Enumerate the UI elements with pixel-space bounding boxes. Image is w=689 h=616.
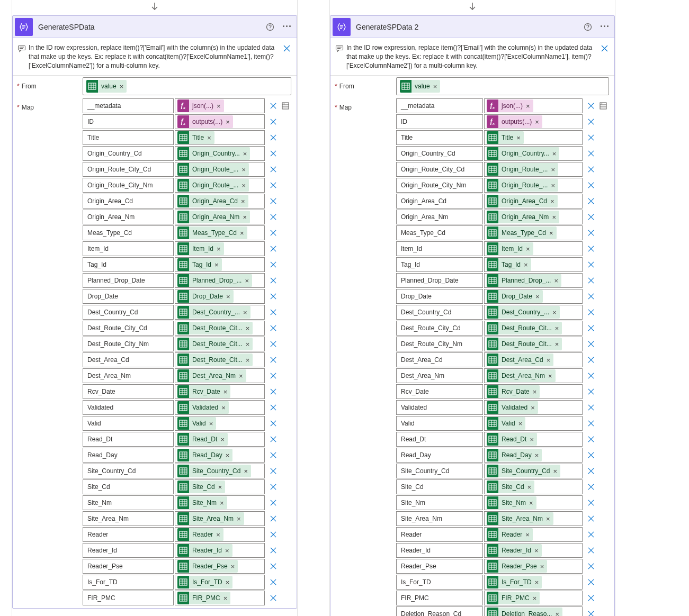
token-remove-icon[interactable]: × — [518, 420, 526, 428]
token-remove-icon[interactable]: × — [217, 245, 224, 253]
delete-row-button[interactable] — [268, 577, 279, 587]
map-value-input[interactable]: Tag_Id× — [175, 257, 265, 272]
value-token[interactable]: Origin_Area_Cd× — [487, 195, 558, 207]
delete-row-button[interactable] — [586, 434, 596, 445]
map-value-input[interactable]: Item_Id× — [175, 241, 265, 256]
delete-row-button[interactable] — [268, 228, 279, 238]
map-key-input[interactable]: Reader — [396, 527, 483, 542]
token-remove-icon[interactable]: × — [226, 293, 234, 301]
map-key-input[interactable]: Read_Dt — [83, 432, 174, 447]
map-key-input[interactable]: Planned_Drop_Date — [396, 273, 483, 288]
value-token[interactable]: Dest_Route_Cit...× — [177, 338, 253, 350]
token-remove-icon[interactable]: × — [220, 499, 227, 507]
map-value-input[interactable]: Dest_Country_...× — [175, 305, 265, 320]
map-value-input[interactable]: Site_Nm× — [484, 495, 583, 510]
value-token[interactable]: Site_Cd× — [177, 481, 225, 493]
map-value-input[interactable]: Dest_Area_Nm× — [484, 368, 583, 383]
value-token[interactable]: FIR_PMC× — [487, 592, 540, 604]
value-token[interactable]: Item_Id× — [487, 242, 533, 255]
map-key-input[interactable]: Dest_Route_City_Nm — [83, 337, 174, 351]
map-value-input[interactable]: FIR_PMC× — [484, 591, 583, 605]
token-remove-icon[interactable]: × — [529, 499, 536, 507]
card-title[interactable]: GenerateSPData — [35, 23, 265, 31]
map-key-input[interactable]: Title — [83, 130, 174, 145]
token-remove-icon[interactable]: × — [243, 213, 250, 221]
token-remove-icon[interactable]: × — [552, 309, 560, 316]
map-value-input[interactable]: Origin_Route_...× — [175, 178, 265, 193]
map-value-input[interactable]: Deletion_Reaso...× — [484, 606, 583, 616]
map-key-input[interactable]: Valid — [396, 416, 483, 431]
token-remove-icon[interactable]: × — [244, 467, 251, 475]
value-token[interactable]: Dest_Route_Cit...× — [487, 338, 562, 350]
map-key-input[interactable]: ID — [396, 114, 483, 129]
delete-row-button[interactable] — [586, 148, 596, 159]
map-key-input[interactable]: Dest_Area_Nm — [396, 368, 483, 383]
token-remove-icon[interactable]: × — [546, 515, 553, 523]
map-key-input[interactable]: Reader_Pse — [83, 559, 174, 574]
map-key-input[interactable]: Read_Day — [396, 448, 483, 463]
token-remove-icon[interactable]: × — [555, 324, 562, 332]
help-icon[interactable] — [583, 22, 593, 32]
token-remove-icon[interactable]: × — [231, 563, 238, 570]
value-token[interactable]: Site_Nm× — [487, 496, 536, 509]
token-remove-icon[interactable]: × — [214, 261, 222, 269]
value-token[interactable]: Origin_Route_...× — [487, 179, 558, 192]
token-remove-icon[interactable]: × — [246, 340, 253, 348]
map-value-input[interactable]: Dest_Route_Cit...× — [175, 337, 265, 351]
value-token[interactable]: Dest_Route_Cit...× — [177, 354, 253, 366]
map-key-input[interactable]: Site_Area_Nm — [83, 511, 174, 526]
from-token[interactable]: value × — [86, 80, 127, 93]
value-token[interactable]: Origin_Area_Nm× — [487, 211, 559, 223]
token-remove-icon[interactable]: × — [120, 83, 127, 90]
delete-row-button[interactable] — [586, 116, 596, 127]
delete-row-button[interactable] — [586, 164, 596, 175]
info-close-button[interactable] — [598, 43, 610, 53]
delete-row-button[interactable] — [268, 466, 279, 476]
map-value-input[interactable]: Site_Country_Cd× — [175, 464, 265, 478]
token-remove-icon[interactable]: × — [226, 118, 233, 126]
delete-row-button[interactable] — [268, 291, 279, 302]
map-key-input[interactable]: Reader_Pse — [396, 559, 483, 574]
map-key-input[interactable]: Validated — [396, 400, 483, 415]
value-token[interactable]: Reader_Pse× — [487, 560, 547, 573]
delete-row-button[interactable] — [586, 545, 596, 556]
token-remove-icon[interactable]: × — [217, 102, 224, 110]
map-key-input[interactable]: Dest_Route_City_Cd — [83, 321, 174, 336]
map-key-input[interactable]: Item_Id — [83, 241, 174, 256]
map-key-input[interactable]: Origin_Route_City_Nm — [396, 178, 483, 193]
map-key-input[interactable]: Site_Area_Nm — [396, 511, 483, 526]
delete-row-button[interactable] — [268, 593, 279, 603]
delete-row-button[interactable] — [268, 275, 279, 286]
value-token[interactable]: fxoutputs(...)× — [487, 115, 542, 128]
token-remove-icon[interactable]: × — [551, 166, 558, 174]
token-remove-icon[interactable]: × — [551, 182, 558, 189]
value-token[interactable]: Valid× — [177, 417, 216, 430]
delete-row-button[interactable] — [586, 212, 596, 222]
token-remove-icon[interactable]: × — [553, 467, 560, 475]
map-value-input[interactable]: Origin_Area_Nm× — [484, 210, 583, 224]
map-value-input[interactable]: Title× — [484, 130, 583, 145]
delete-row-button[interactable] — [268, 339, 279, 349]
map-key-input[interactable]: Origin_Country_Cd — [396, 146, 483, 161]
map-key-input[interactable]: Origin_Area_Cd — [83, 194, 174, 209]
value-token[interactable]: Site_Country_Cd× — [487, 465, 560, 477]
value-token[interactable]: Reader_Id× — [177, 544, 232, 557]
map-value-input[interactable]: Read_Day× — [484, 448, 583, 463]
token-remove-icon[interactable]: × — [226, 578, 233, 586]
delete-row-button[interactable] — [268, 164, 279, 175]
token-remove-icon[interactable]: × — [516, 134, 524, 142]
value-token[interactable]: fxjson(...)× — [487, 99, 533, 112]
token-remove-icon[interactable]: × — [535, 118, 542, 126]
value-token[interactable]: Read_Day× — [177, 449, 232, 461]
map-key-input[interactable]: Drop_Date — [83, 289, 174, 304]
token-remove-icon[interactable]: × — [552, 150, 560, 158]
map-key-input[interactable]: Origin_Route_City_Cd — [396, 162, 483, 177]
map-value-input[interactable]: Origin_Country...× — [484, 146, 583, 161]
token-remove-icon[interactable]: × — [554, 277, 561, 285]
delete-row-button[interactable] — [586, 466, 596, 476]
map-key-input[interactable]: Origin_Route_City_Cd — [83, 162, 174, 177]
delete-row-button[interactable] — [268, 116, 279, 127]
map-key-input[interactable]: Valid — [83, 416, 174, 431]
value-token[interactable]: Meas_Type_Cd× — [177, 227, 247, 239]
delete-row-button[interactable] — [586, 275, 596, 286]
